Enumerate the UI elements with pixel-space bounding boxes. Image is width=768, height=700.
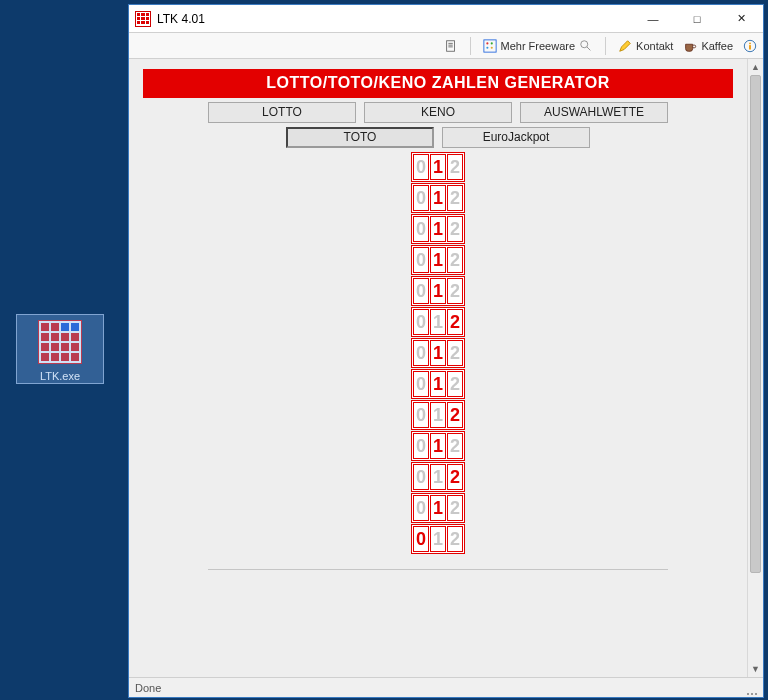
- resize-grip[interactable]: [747, 678, 757, 697]
- toto-row: 012: [411, 183, 465, 213]
- toto-cell-1[interactable]: 1: [430, 464, 446, 490]
- toto-cell-0[interactable]: 0: [413, 433, 429, 459]
- app-banner: LOTTO/TOTO/KENO ZAHLEN GENERATOR: [143, 69, 733, 98]
- toto-cell-2[interactable]: 2: [447, 371, 463, 397]
- maximize-button[interactable]: □: [675, 5, 719, 32]
- toolbar-kaffee[interactable]: Kaffee: [683, 39, 733, 53]
- toto-cell-1[interactable]: 1: [430, 154, 446, 180]
- toto-row: 012: [411, 307, 465, 337]
- toto-cell-1[interactable]: 1: [430, 433, 446, 459]
- toto-cell-2[interactable]: 2: [447, 247, 463, 273]
- toto-cell-2[interactable]: 2: [447, 154, 463, 180]
- svg-rect-0: [446, 40, 454, 51]
- content-area: LOTTO/TOTO/KENO ZAHLEN GENERATOR LOTTO K…: [129, 59, 747, 677]
- desktop-icon-ltk[interactable]: LTK.exe: [20, 316, 100, 382]
- svg-rect-1: [483, 39, 495, 51]
- toolbar-freeware-label: Mehr Freeware: [501, 40, 576, 52]
- toto-cell-2[interactable]: 2: [447, 340, 463, 366]
- toto-cell-0[interactable]: 0: [413, 340, 429, 366]
- toto-cell-1[interactable]: 1: [430, 526, 446, 552]
- toto-cell-0[interactable]: 0: [413, 495, 429, 521]
- toto-row: 012: [411, 152, 465, 182]
- svg-point-6: [581, 40, 588, 47]
- toto-cell-1[interactable]: 1: [430, 402, 446, 428]
- toto-cell-1[interactable]: 1: [430, 309, 446, 335]
- toto-row: 012: [411, 400, 465, 430]
- toto-cell-1[interactable]: 1: [430, 495, 446, 521]
- scroll-track[interactable]: [748, 75, 763, 661]
- divider: [208, 569, 668, 570]
- scroll-down-arrow[interactable]: ▼: [748, 661, 763, 677]
- toolbar-freeware[interactable]: Mehr Freeware: [483, 39, 594, 53]
- minimize-button[interactable]: —: [631, 5, 675, 32]
- toto-cell-1[interactable]: 1: [430, 185, 446, 211]
- vertical-scrollbar[interactable]: ▲ ▼: [747, 59, 763, 677]
- toto-cell-0[interactable]: 0: [413, 185, 429, 211]
- toolbar-kontakt[interactable]: Kontakt: [618, 39, 673, 53]
- toto-cell-2[interactable]: 2: [447, 526, 463, 552]
- toto-cell-0[interactable]: 0: [413, 402, 429, 428]
- pencil-icon: [618, 39, 632, 53]
- toto-row: 012: [411, 462, 465, 492]
- tab-eurojackpot[interactable]: EuroJackpot: [442, 127, 590, 148]
- toolbar-kontakt-label: Kontakt: [636, 40, 673, 52]
- app-window: LTK 4.01 — □ ✕ Mehr Freeware Kontakt Kaf…: [128, 4, 764, 698]
- toto-cell-2[interactable]: 2: [447, 278, 463, 304]
- toto-cell-2[interactable]: 2: [447, 309, 463, 335]
- toto-cell-2[interactable]: 2: [447, 216, 463, 242]
- toolbar-info[interactable]: [743, 39, 757, 53]
- toto-cell-1[interactable]: 1: [430, 371, 446, 397]
- close-button[interactable]: ✕: [719, 5, 763, 32]
- toto-cell-0[interactable]: 0: [413, 309, 429, 335]
- toto-row: 012: [411, 276, 465, 306]
- toto-cell-2[interactable]: 2: [447, 402, 463, 428]
- search-icon: [579, 39, 593, 53]
- toto-cell-1[interactable]: 1: [430, 247, 446, 273]
- toto-row: 012: [411, 524, 465, 554]
- toto-cell-2[interactable]: 2: [447, 433, 463, 459]
- toto-cell-0[interactable]: 0: [413, 154, 429, 180]
- toto-cell-0[interactable]: 0: [413, 464, 429, 490]
- titlebar[interactable]: LTK 4.01 — □ ✕: [129, 5, 763, 33]
- svg-point-4: [486, 46, 488, 48]
- scroll-thumb[interactable]: [750, 75, 761, 573]
- toto-row: 012: [411, 245, 465, 275]
- svg-point-2: [486, 42, 488, 44]
- toto-cell-2[interactable]: 2: [447, 185, 463, 211]
- toto-row: 012: [411, 369, 465, 399]
- toto-cell-2[interactable]: 2: [447, 464, 463, 490]
- window-title: LTK 4.01: [157, 12, 205, 26]
- toto-cell-0[interactable]: 0: [413, 247, 429, 273]
- toolbar-doc-icon[interactable]: [444, 39, 458, 53]
- coffee-icon: [683, 39, 697, 53]
- toolbar: Mehr Freeware Kontakt Kaffee: [129, 33, 763, 59]
- info-icon: [743, 39, 757, 53]
- svg-point-3: [490, 42, 492, 44]
- tab-toto[interactable]: TOTO: [286, 127, 434, 148]
- status-text: Done: [135, 682, 161, 694]
- toto-row: 012: [411, 493, 465, 523]
- toto-cell-1[interactable]: 1: [430, 278, 446, 304]
- scroll-up-arrow[interactable]: ▲: [748, 59, 763, 75]
- toto-row: 012: [411, 431, 465, 461]
- svg-point-8: [749, 42, 751, 44]
- toto-cell-1[interactable]: 1: [430, 340, 446, 366]
- toto-cell-0[interactable]: 0: [413, 371, 429, 397]
- toto-cell-0[interactable]: 0: [413, 526, 429, 552]
- tab-keno[interactable]: KENO: [364, 102, 512, 123]
- toto-cell-1[interactable]: 1: [430, 216, 446, 242]
- toto-row: 012: [411, 214, 465, 244]
- svg-rect-9: [749, 45, 751, 49]
- toto-cell-0[interactable]: 0: [413, 216, 429, 242]
- toto-cell-0[interactable]: 0: [413, 278, 429, 304]
- app-icon: [135, 11, 151, 27]
- statusbar: Done: [129, 677, 763, 697]
- svg-point-5: [490, 46, 492, 48]
- toto-grid: 012012012012012012012012012012012012012: [143, 152, 733, 555]
- toolbar-kaffee-label: Kaffee: [701, 40, 733, 52]
- tab-auswahlwette[interactable]: AUSWAHLWETTE: [520, 102, 668, 123]
- toto-cell-2[interactable]: 2: [447, 495, 463, 521]
- toto-row: 012: [411, 338, 465, 368]
- tab-lotto[interactable]: LOTTO: [208, 102, 356, 123]
